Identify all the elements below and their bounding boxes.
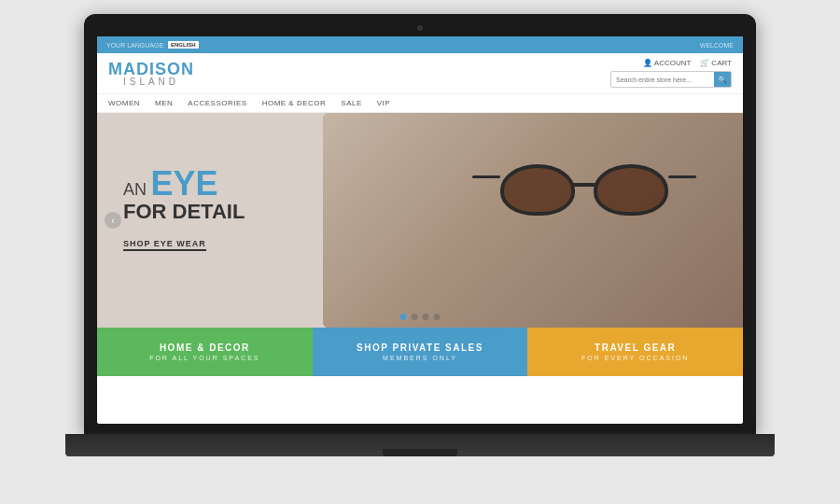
header-right: 👤 ACCOUNT 🛒 CART 🔍: [610, 59, 732, 88]
cart-icon: 🛒: [700, 59, 709, 67]
laptop-screen: YOUR LANGUAGE: ENGLISH WELCOME MADISON I…: [97, 36, 743, 424]
carousel-dot-4[interactable]: [434, 314, 441, 320]
site-header: MADISON ISLAND 👤 ACCOUNT 🛒 CART: [97, 53, 743, 94]
language-selector[interactable]: YOUR LANGUAGE: ENGLISH: [106, 41, 199, 49]
glasses-lens-right: [594, 164, 668, 216]
carousel-arrow-left[interactable]: ‹: [105, 212, 121, 229]
glasses-lens-left: [500, 164, 575, 216]
camera: [417, 25, 423, 31]
promo-banner-home-decor[interactable]: HOME & DECOR FOR ALL YOUR SPACES: [97, 328, 313, 376]
nav-item-sale[interactable]: SALE: [341, 99, 361, 107]
hero-an: AN: [123, 180, 147, 199]
cart-link[interactable]: 🛒 CART: [700, 59, 732, 67]
nav-item-home-decor[interactable]: HOME & DECOR: [262, 99, 327, 107]
hero-for-detail: FOR DETAIL: [123, 200, 245, 224]
nav-item-accessories[interactable]: ACCESSORIES: [188, 99, 246, 107]
language-label: YOUR LANGUAGE:: [106, 42, 165, 49]
nav-item-men[interactable]: MEN: [155, 99, 173, 107]
promo-banner-travel-gear[interactable]: TRAVEL GEAR FOR EVERY OCCASION: [527, 328, 743, 376]
promo-title-home: HOME & DECOR: [160, 343, 250, 353]
welcome-text: WELCOME: [700, 42, 734, 49]
header-icons: 👤 ACCOUNT 🛒 CART: [643, 59, 732, 67]
screen-bezel: YOUR LANGUAGE: ENGLISH WELCOME MADISON I…: [84, 14, 756, 434]
language-value: ENGLISH: [168, 41, 199, 49]
glasses-bridge: [573, 183, 595, 187]
search-bar[interactable]: 🔍: [610, 71, 732, 88]
nav-item-vip[interactable]: VIP: [377, 99, 390, 107]
hero-eye: EYE: [150, 164, 217, 203]
promo-title-travel: TRAVEL GEAR: [595, 343, 676, 353]
account-icon: 👤: [643, 59, 652, 67]
carousel-dot-2[interactable]: [412, 314, 418, 320]
carousel-dot-1[interactable]: [400, 314, 407, 320]
carousel-dot-3[interactable]: [423, 314, 429, 320]
nav-item-women[interactable]: WOMEN: [108, 99, 140, 107]
logo[interactable]: MADISON ISLAND: [108, 61, 194, 87]
hero-banner: AN EYE FOR DETAIL SHOP EYE WEAR ‹: [97, 113, 743, 328]
search-button[interactable]: 🔍: [714, 71, 731, 88]
top-bar: YOUR LANGUAGE: ENGLISH WELCOME: [97, 36, 743, 53]
laptop-container: YOUR LANGUAGE: ENGLISH WELCOME MADISON I…: [56, 14, 784, 490]
promo-title-sales: SHOP PRIVATE SALES: [357, 343, 483, 353]
carousel-dots: [400, 314, 441, 320]
account-link[interactable]: 👤 ACCOUNT: [643, 59, 692, 67]
hero-glasses: [500, 164, 668, 239]
search-input[interactable]: [611, 77, 714, 83]
cart-label: CART: [711, 59, 732, 67]
promo-subtitle-sales: MEMBERS ONLY: [383, 355, 457, 361]
hero-text: AN EYE FOR DETAIL SHOP EYE WEAR: [123, 164, 245, 251]
logo-sub: ISLAND: [108, 77, 194, 87]
promo-subtitle-home: FOR ALL YOUR SPACES: [149, 355, 259, 361]
account-label: ACCOUNT: [654, 59, 692, 67]
glasses-arm-right: [668, 175, 696, 178]
glasses-arm-left: [472, 175, 500, 178]
hero-cta-link[interactable]: SHOP EYE WEAR: [123, 239, 206, 251]
promo-banners: HOME & DECOR FOR ALL YOUR SPACES SHOP PR…: [97, 328, 743, 376]
logo-main: MADISON: [108, 61, 194, 77]
laptop-base: [65, 434, 775, 456]
promo-banner-private-sales[interactable]: SHOP PRIVATE SALES MEMBERS ONLY: [313, 328, 528, 376]
promo-subtitle-travel: FOR EVERY OCCASION: [581, 355, 689, 361]
site-nav: WOMEN MEN ACCESSORIES HOME & DECOR SALE …: [97, 94, 743, 113]
